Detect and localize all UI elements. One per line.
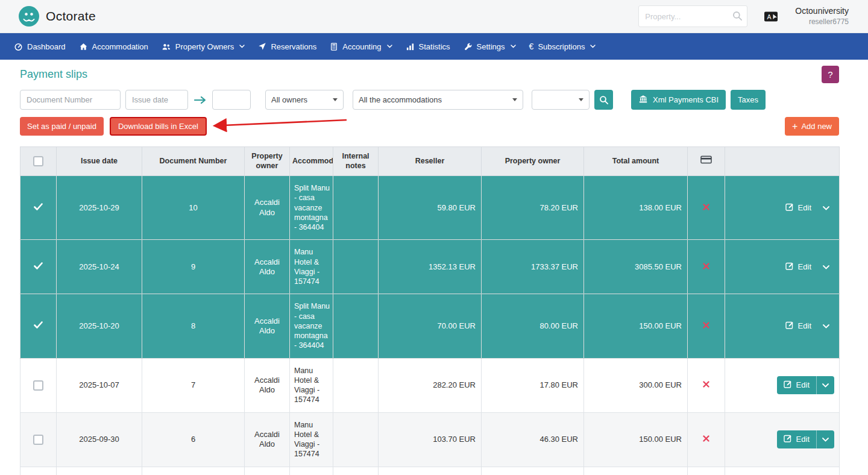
brand-name[interactable]: Octorate — [46, 9, 96, 24]
property-owner-amount-cell: 1733.37 EUR — [482, 240, 584, 294]
row-select-cell[interactable] — [20, 467, 57, 475]
edit-dropdown-chevron-icon[interactable] — [823, 321, 829, 331]
taxes-button[interactable]: Taxes — [731, 90, 766, 110]
octorate-logo-icon[interactable] — [18, 5, 40, 27]
extra-filter-select[interactable] — [532, 90, 590, 110]
nav-statistics[interactable]: Statistics — [399, 33, 457, 60]
header-total-amount[interactable]: Total amount — [584, 147, 688, 176]
accommodation-cell: Manu Hotel & Viaggi - 157474 — [290, 240, 333, 294]
table-row: Manu Edit Edit — [20, 467, 840, 475]
select-all-checkbox[interactable] — [33, 156, 43, 166]
nav-subscriptions[interactable]: € Subscriptions — [523, 33, 603, 60]
accommodation-cell: Manu Hotel & Viaggi - 157474 — [290, 358, 333, 412]
total-amount-cell: 150.00 EUR — [584, 294, 688, 358]
issue-date-cell: 2025-10-20 — [57, 294, 142, 358]
internal-notes-cell — [333, 176, 379, 240]
edit-button[interactable]: Edit — [777, 376, 834, 394]
check-icon — [34, 262, 43, 269]
actions-cell: Edit Edit — [725, 294, 840, 358]
xml-payments-cbi-button[interactable]: Xml Payments CBI — [631, 90, 726, 110]
row-select-cell[interactable] — [20, 358, 57, 412]
document-number-cell: 7 — [142, 358, 245, 412]
row-checkbox[interactable] — [33, 435, 43, 445]
chevron-down-icon — [512, 98, 517, 101]
header-property-owner[interactable]: Property owner — [245, 147, 290, 176]
issue-date-to-input[interactable] — [212, 90, 251, 110]
row-select-cell[interactable] — [20, 412, 57, 467]
date-range-arrow-icon — [193, 95, 207, 105]
set-paid-unpaid-button[interactable]: Set as paid / unpaid — [20, 117, 104, 136]
edit-label: Edit — [796, 380, 810, 390]
accommodations-select[interactable]: All the accommodations — [353, 90, 523, 110]
header-property-owner-amount[interactable]: Property owner — [482, 147, 584, 176]
unpaid-x-icon — [703, 435, 709, 442]
document-number-cell — [142, 467, 245, 475]
nav-dashboard[interactable]: Dashboard — [7, 33, 72, 60]
nav-label: Accounting — [342, 42, 381, 51]
total-amount-cell: 300.00 EUR — [584, 358, 688, 412]
property-owner-cell — [245, 467, 290, 475]
issue-date-cell: 2025-10-24 — [57, 240, 142, 294]
payment-card-icon — [700, 157, 712, 166]
nav-accommodation[interactable]: Accommodation — [72, 33, 155, 60]
select-all-header — [20, 147, 57, 176]
nav-settings[interactable]: Settings — [457, 33, 523, 60]
edit-dropdown-chevron-icon[interactable] — [823, 262, 829, 272]
property-search-input[interactable] — [638, 5, 747, 27]
edit-button[interactable]: Edit — [729, 262, 834, 272]
document-number-cell: 8 — [142, 294, 245, 358]
wrench-icon — [464, 42, 473, 51]
row-select-cell[interactable] — [20, 294, 57, 358]
owners-select[interactable]: All owners — [265, 90, 344, 110]
unpaid-x-icon — [703, 204, 709, 210]
edit-dropdown-chevron-icon[interactable] — [816, 376, 834, 394]
nav-accounting[interactable]: Accounting — [323, 33, 398, 60]
bank-icon — [638, 95, 648, 105]
header-reseller[interactable]: Reseller — [379, 147, 482, 176]
header-document-number[interactable]: Document Number — [142, 147, 245, 176]
edit-icon — [785, 203, 794, 213]
top-header: Octorate A Octouniversity reseller6775 — [0, 0, 868, 33]
row-select-cell[interactable] — [20, 240, 57, 294]
add-new-button[interactable]: + Add new — [785, 117, 839, 136]
reseller-amount-cell: 59.80 EUR — [379, 176, 482, 240]
issue-date-from-input[interactable] — [125, 90, 188, 110]
header-payment-status — [688, 147, 725, 176]
table-row: 2025-09-30 6 Accaldi Aldo Manu Hotel & V… — [20, 412, 840, 467]
edit-button[interactable]: Edit — [777, 430, 834, 448]
edit-icon — [785, 262, 794, 272]
download-bills-excel-button[interactable]: Download bills in Excel — [110, 117, 207, 136]
accommodation-cell: Manu Hotel & Viaggi - 157474 — [290, 412, 333, 467]
issue-date-cell: 2025-10-07 — [57, 358, 142, 412]
edit-dropdown-chevron-icon[interactable] — [823, 203, 829, 213]
table-row: 2025-10-24 9 Accaldi Aldo Manu Hotel & V… — [20, 240, 840, 294]
edit-button[interactable]: Edit — [729, 321, 834, 332]
document-number-cell: 6 — [142, 412, 245, 467]
header-actions — [725, 147, 840, 176]
chevron-down-icon — [590, 45, 596, 48]
nav-reservations[interactable]: Reservations — [251, 33, 323, 60]
row-select-cell[interactable] — [20, 176, 57, 240]
header-internal-notes[interactable]: Internal notes — [333, 147, 379, 176]
search-button[interactable] — [594, 90, 613, 110]
property-owner-amount-cell: 78.20 EUR — [482, 176, 584, 240]
row-checkbox[interactable] — [33, 380, 43, 391]
edit-dropdown-chevron-icon[interactable] — [816, 430, 834, 448]
main-nav: Dashboard Accommodation Property Owners … — [0, 33, 868, 60]
internal-notes-cell — [333, 358, 379, 412]
language-keyboard-icon[interactable]: A — [764, 10, 779, 23]
nav-label: Settings — [477, 42, 505, 51]
header-issue-date[interactable]: Issue date — [57, 147, 142, 176]
help-button[interactable]: ? — [822, 66, 839, 83]
property-owner-cell: Accaldi Aldo — [245, 358, 290, 412]
search-icon[interactable] — [732, 11, 743, 21]
unpaid-x-icon — [703, 381, 709, 388]
unpaid-x-icon — [703, 263, 709, 269]
document-number-cell: 10 — [142, 176, 245, 240]
edit-button[interactable]: Edit — [729, 203, 834, 213]
header-accommodation[interactable]: Accommod. — [290, 147, 333, 176]
nav-property-owners[interactable]: Property Owners — [155, 33, 252, 60]
document-number-input[interactable] — [20, 90, 121, 110]
internal-notes-cell — [333, 467, 379, 475]
account-info[interactable]: Octouniversity reseller6775 — [795, 5, 849, 27]
